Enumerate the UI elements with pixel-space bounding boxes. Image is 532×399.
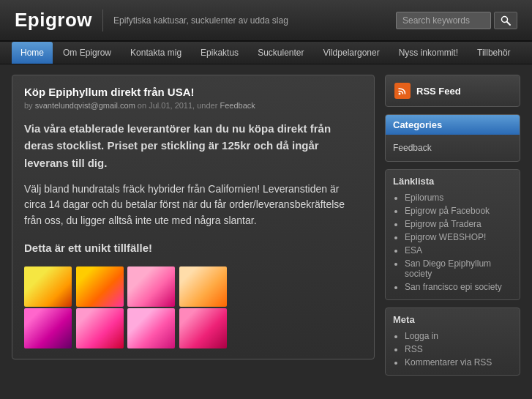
link-tradera[interactable]: Epigrow på Tradera — [405, 217, 512, 231]
header-divider — [102, 10, 103, 31]
search-icon — [501, 15, 511, 26]
sidebar: RSS Feed Categories Feedback Länklista E… — [385, 75, 520, 383]
nav-item-kontakta[interactable]: Kontakta mig — [121, 42, 190, 64]
post-paragraph-2: Välj bland hundratals fräck hybrider frå… — [24, 182, 362, 229]
lanklista-title: Länklista — [393, 176, 512, 187]
nav-item-om-epigrow[interactable]: Om Epigrow — [54, 42, 120, 64]
site-title: Epigrow — [15, 9, 92, 31]
lanklista-list: Epilorums Epigrow på Facebook Epigrow på… — [393, 191, 512, 294]
nav-item-home[interactable]: Home — [12, 42, 53, 64]
post-meta-under: under — [197, 101, 217, 110]
main-content: Köp Epiphyllum direkt från USA! by svant… — [12, 75, 375, 359]
header-search — [396, 12, 517, 29]
nav-item-tillbehor[interactable]: Tillbehör — [468, 42, 520, 64]
rss-widget[interactable]: RSS Feed — [385, 75, 520, 107]
nav-item-nyss[interactable]: Nyss inkommit! — [390, 42, 467, 64]
rss-icon — [394, 83, 411, 99]
post-body: Via våra etablerade leverantörer kan du … — [24, 120, 362, 348]
nav-item-epikaktus[interactable]: Epikaktus — [192, 42, 247, 64]
link-facebook[interactable]: Epigrow på Facebook — [405, 204, 512, 217]
flower-image-5 — [24, 308, 72, 348]
post-paragraph-1: Via våra etablerade leverantörer kan du … — [24, 120, 362, 171]
site-tagline: Epifytiska kaktusar, suckulenter av udda… — [113, 15, 288, 26]
search-input[interactable] — [396, 12, 491, 29]
post-title: Köp Epiphyllum direkt från USA! — [24, 86, 362, 98]
svg-line-1 — [507, 21, 511, 25]
flower-image-7 — [127, 308, 175, 348]
rss-label: RSS Feed — [416, 86, 461, 97]
flower-image-6 — [76, 308, 124, 348]
link-sanfrancisco[interactable]: San francisco epi society — [405, 280, 512, 294]
nav-item-suckulenter[interactable]: Suckulenter — [249, 42, 312, 64]
link-webshop[interactable]: Epigrow WEBSHOP! — [405, 231, 512, 244]
svg-point-2 — [399, 93, 401, 95]
rss-svg-icon — [397, 86, 408, 96]
flower-image-4 — [179, 266, 227, 307]
post-meta-by: by — [24, 101, 33, 110]
categories-title: Categories — [386, 115, 520, 135]
post-category-link[interactable]: Feedback — [220, 101, 255, 110]
meta-list: Logga in RSS Kommentarer via RSS — [393, 329, 512, 369]
post-date: Jul.01, 2011 — [149, 101, 192, 110]
link-sandiego[interactable]: San Diego Epiphyllum society — [405, 257, 512, 280]
header-left: Epigrow Epifytiska kaktusar, suckulenter… — [15, 9, 288, 31]
flower-image-8 — [179, 308, 227, 348]
link-epilorums[interactable]: Epilorums — [405, 191, 512, 204]
meta-widget: Meta Logga in RSS Kommentarer via RSS — [385, 307, 520, 376]
search-button[interactable] — [494, 12, 517, 29]
flower-image-1 — [24, 266, 72, 307]
main-layout: Köp Epiphyllum direkt från USA! by svant… — [0, 64, 532, 393]
flower-image-3 — [127, 266, 175, 307]
post-paragraph-3: Detta är ett unikt tillfälle! — [24, 239, 362, 256]
post-image-grid — [24, 266, 229, 348]
link-logga-in[interactable]: Logga in — [405, 329, 512, 343]
post-meta: by svantelundqvist@gmail.com on Jul.01, … — [24, 101, 362, 110]
meta-title: Meta — [393, 314, 512, 325]
site-header: Epigrow Epifytiska kaktusar, suckulenter… — [0, 0, 532, 42]
main-nav: Home Om Epigrow Kontakta mig Epikaktus S… — [0, 42, 532, 64]
link-kommentarer[interactable]: Kommentarer via RSS — [405, 356, 512, 369]
categories-body: Feedback — [386, 135, 520, 161]
link-esa[interactable]: ESA — [405, 244, 512, 257]
post-author[interactable]: svantelundqvist@gmail.com — [35, 101, 135, 110]
categories-widget: Categories Feedback — [385, 114, 520, 162]
flower-image-2 — [76, 266, 124, 307]
lanklista-widget: Länklista Epilorums Epigrow på Facebook … — [385, 169, 520, 300]
link-rss[interactable]: RSS — [405, 343, 512, 356]
category-feedback[interactable]: Feedback — [393, 139, 512, 157]
nav-item-vildpelargoner[interactable]: Vildpelargoner — [315, 42, 389, 64]
